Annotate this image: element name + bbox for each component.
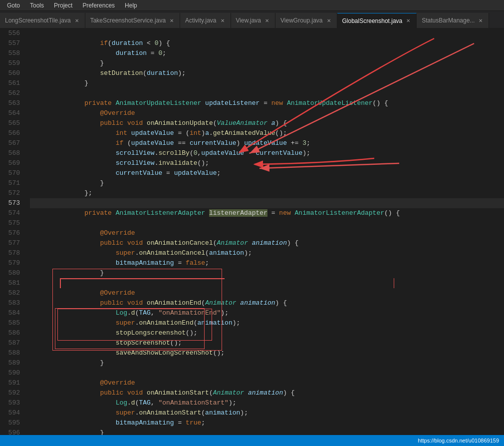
code-line-576: public void onAnimationCancel(Animator a…	[30, 228, 504, 238]
code-line-583: Log.d(TAG, "onAnimationEnd");	[30, 298, 504, 308]
code-line-562: private AnimatorUpdateListener updateLis…	[30, 88, 504, 98]
tab-close-statusbarmanage[interactable]: ✕	[478, 17, 484, 24]
code-line-573: private AnimatorListenerAdapter listener…	[30, 198, 504, 208]
code-line-584: super.onAnimationEnd(animation);	[30, 308, 504, 318]
code-line-568: scrollView.invalidate();	[30, 148, 504, 158]
tab-view[interactable]: View.java ✕	[231, 13, 275, 28]
code-line-581: @Override	[30, 278, 504, 288]
code-line-558: }	[30, 48, 504, 58]
code-line-565: int updateValue = (int)a.getAnimatedValu…	[30, 118, 504, 128]
code-line-591: public void onAnimationStart(Animator an…	[30, 378, 504, 388]
code-area[interactable]: if(duration < 0) { duration = 0; } setDu…	[25, 28, 504, 435]
code-line-564: public void onAnimationUpdate(ValueAnima…	[30, 108, 504, 118]
code-line-594: bitmapAnimating = true;	[30, 408, 504, 418]
code-line-572	[30, 188, 504, 198]
statusbar: https://blog.csdn.net/u010869159	[0, 435, 504, 446]
code-line-593: super.onAnimationStart(animation);	[30, 398, 504, 408]
code-line-588: }	[30, 348, 504, 358]
code-line-587: saveAndShowLongScreenShot();	[30, 338, 504, 348]
code-line-578: bitmapAnimating = false;	[30, 248, 504, 258]
tab-longscreenshottile[interactable]: LongScreenshotTile.java ✕	[0, 13, 85, 28]
code-line-596: };	[30, 428, 504, 435]
line-numbers: 556 557 558 559 560 561 562 563 564 565 …	[0, 28, 25, 435]
code-line-580	[30, 268, 504, 278]
code-line-566: if (updateValue == currentValue) updateV…	[30, 128, 504, 138]
tab-viewgroup[interactable]: ViewGroup.java ✕	[275, 13, 337, 28]
code-line-595: }	[30, 418, 504, 428]
tab-close-viewgroup[interactable]: ✕	[326, 17, 332, 24]
code-line-563: @Override	[30, 98, 504, 108]
tab-close-longscreenshottile[interactable]: ✕	[74, 17, 80, 24]
menu-tools[interactable]: Tools	[25, 1, 49, 10]
menu-help[interactable]: Help	[120, 1, 142, 10]
tab-statusbarmanage[interactable]: StatusBarManage... ✕	[417, 13, 489, 28]
code-line-556: if(duration < 0) {	[30, 28, 504, 38]
code-line-561	[30, 78, 504, 88]
editor: 556 557 558 559 560 561 562 563 564 565 …	[0, 28, 504, 435]
code-line-560: }	[30, 68, 504, 78]
code-line-592: Log.d(TAG, "onAnimationStart");	[30, 388, 504, 398]
code-line-567: scrollView.scrollBy(0,updateValue - curr…	[30, 138, 504, 148]
code-line-557: duration = 0;	[30, 38, 504, 48]
tab-takescreenshotservice[interactable]: TakeScreenshotService.java ✕	[85, 13, 180, 28]
tab-close-globalscreenshot[interactable]: ✕	[405, 17, 411, 24]
code-line-570: }	[30, 168, 504, 178]
menu-preferences[interactable]: Preferences	[77, 1, 120, 10]
code-line-569: currentValue = updateValue;	[30, 158, 504, 168]
code-line-574	[30, 208, 504, 218]
code-line-579: }	[30, 258, 504, 268]
menubar: Goto Tools Project Preferences Help	[0, 0, 504, 11]
tab-close-activity[interactable]: ✕	[220, 17, 226, 24]
code-line-585: stopLongscreenshot();	[30, 318, 504, 328]
code-line-586: stopScreenshot();	[30, 328, 504, 338]
status-url: https://blog.csdn.net/u010869159	[418, 438, 499, 444]
code-line-582: public void onAnimationEnd(Animator anim…	[30, 288, 504, 298]
code-line-575: @Override	[30, 218, 504, 228]
menu-goto[interactable]: Goto	[2, 1, 25, 10]
tab-activity[interactable]: Activity.java ✕	[180, 13, 231, 28]
code-line-571: };	[30, 178, 504, 188]
tab-globalscreenshot[interactable]: GlobalScreenshot.java ✕	[337, 13, 417, 28]
code-line-589	[30, 358, 504, 368]
tab-close-takescreenshotservice[interactable]: ✕	[169, 17, 175, 24]
code-line-559: setDuration(duration);	[30, 58, 504, 68]
tab-close-view[interactable]: ✕	[264, 17, 270, 24]
code-line-590: @Override	[30, 368, 504, 378]
menu-project[interactable]: Project	[49, 1, 77, 10]
tabbar: LongScreenshotTile.java ✕ TakeScreenshot…	[0, 11, 504, 28]
code-line-577: super.onAnimationCancel(animation);	[30, 238, 504, 248]
